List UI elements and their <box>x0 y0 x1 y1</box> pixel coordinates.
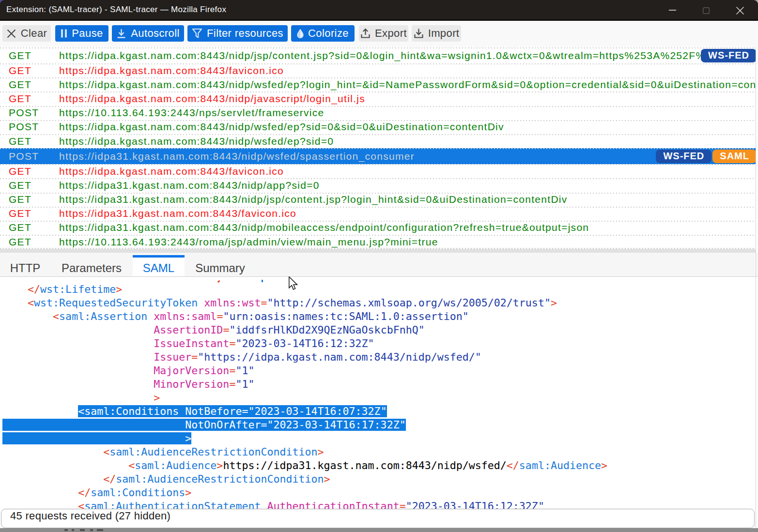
request-row[interactable]: GEThttps://idpa31.kgast.nam.com:8443/fav… <box>0 207 756 221</box>
xml-token <box>2 405 78 417</box>
xml-token: saml:AudienceRestrictionCondition <box>116 473 324 485</box>
request-row[interactable]: GEThttps://idpa.kgast.nam.com:8443/nidp/… <box>0 77 756 91</box>
xml-token <box>2 324 154 336</box>
xml-line: </saml:AudienceRestrictionCondition> <box>2 472 607 486</box>
xml-token <box>2 297 28 309</box>
xml-token: NotOnOrAfter <box>185 419 261 431</box>
button-label: Filter resources <box>207 27 283 40</box>
export-button[interactable]: Export <box>359 25 408 42</box>
wsfed-badge: WS-FED <box>656 150 712 163</box>
xml-token: saml:Audience <box>135 459 217 471</box>
xml-line: NotOnOrAfter="2023-03-14T16:17:32Z" <box>2 418 607 432</box>
request-row[interactable]: GEThttps://idpa31.kgast.nam.com:8443/nid… <box>0 178 756 192</box>
saml-xml[interactable]: </wst:Lifetime> <wst:RequestedSecurityTo… <box>0 277 607 513</box>
clipped-content-mark <box>64 529 68 531</box>
xml-token: = <box>261 297 267 309</box>
autoscroll-button[interactable]: Autoscroll <box>112 25 184 42</box>
tab-http[interactable]: HTTP <box>0 253 50 276</box>
request-row[interactable]: POSThttps://idpa.kgast.nam.com:8443/nidp… <box>0 120 756 134</box>
request-row[interactable]: GEThttps://idpa31.kgast.nam.com:8443/nid… <box>0 193 756 207</box>
request-list-hscrollbar[interactable] <box>0 249 756 253</box>
request-method: GET <box>9 194 31 205</box>
button-label: Export <box>375 27 407 40</box>
xml-token <box>2 337 154 350</box>
xml-token: < <box>128 459 135 471</box>
request-url: https://idpa31.kgast.nam.com:8443/nidp/a… <box>59 180 756 191</box>
xml-token: > <box>154 392 160 404</box>
xml-token: "2023-03-14T16:12:32Z" <box>235 337 374 350</box>
xml-token <box>179 405 185 417</box>
xml-token: wst:RequestedSecurityToken <box>34 297 198 309</box>
colorize-button[interactable]: Colorize <box>291 25 355 42</box>
xml-line: MajorVersion="1" <box>2 364 607 378</box>
maximize-button[interactable] <box>689 0 723 21</box>
window-title: Extension: (SAML-tracer) - SAML-tracer —… <box>6 5 226 15</box>
request-row[interactable]: GEThttps://idpa.kgast.nam.com:8443/nidp/… <box>0 134 756 148</box>
clipped-content-mark <box>90 529 93 531</box>
xml-token: > <box>185 486 191 499</box>
clear-button[interactable]: Clear <box>2 25 51 42</box>
window-hscrollbar[interactable] <box>0 528 758 532</box>
minimize-button[interactable] <box>655 0 689 21</box>
xml-token: = <box>217 310 223 322</box>
button-label: Clear <box>21 27 47 40</box>
xml-token: saml:Conditions <box>91 486 185 499</box>
request-row[interactable]: GEThttps://idpa.kgast.nam.com:8443/nidp/… <box>0 47 756 63</box>
request-url: https://idpa.kgast.nam.com:8443/favicon.… <box>59 65 756 76</box>
clipped-content-mark <box>72 529 74 531</box>
request-method: GET <box>9 93 31 105</box>
xml-line <box>2 277 607 283</box>
request-list: GEThttps://idpa.kgast.nam.com:8443/nidp/… <box>0 47 756 250</box>
request-row[interactable]: GEThttps://10.113.64.193:2443/roma/jsp/a… <box>0 235 756 249</box>
xml-line: <saml:AudienceRestrictionCondition> <box>2 445 607 459</box>
xml-token <box>2 419 185 431</box>
request-url: https://idpa.kgast.nam.com:8443/nidp/wsf… <box>59 121 756 133</box>
xml-token: AssertionID <box>154 324 223 336</box>
request-url: https://idpa31.kgast.nam.com:8443/nidp/j… <box>59 194 756 205</box>
close-icon <box>736 7 744 15</box>
request-method: GET <box>9 208 31 219</box>
right-edge-divider <box>756 47 756 528</box>
request-url: https://idpa.kgast.nam.com:8443/nidp/wsf… <box>59 79 756 91</box>
xml-token: xmlns:saml <box>154 310 217 322</box>
xml-token: "urn:oasis:names:tc:SAML:1.0:assertion" <box>223 310 468 322</box>
request-method: POST <box>9 107 39 119</box>
toolbar: ClearPauseAutoscrollFilter resourcesColo… <box>0 21 758 47</box>
xml-line: > <box>2 391 607 405</box>
request-row[interactable]: GEThttps://idpa31.kgast.nam.com:8443/nid… <box>0 221 756 235</box>
xml-token <box>2 310 53 322</box>
request-row[interactable]: GEThttps://idpa.kgast.nam.com:8443/nidp/… <box>0 91 756 106</box>
import-button[interactable]: Import <box>412 25 461 42</box>
xml-token <box>198 297 204 309</box>
tab-summary[interactable]: Summary <box>185 253 256 276</box>
request-method: GET <box>9 65 31 76</box>
request-url: https://idpa31.kgast.nam.com:8443/favico… <box>59 208 756 219</box>
request-row[interactable]: POSThttps://idpa31.kgast.nam.com:8443/ni… <box>0 148 756 164</box>
xml-token: < <box>28 297 34 309</box>
xml-token: saml:Audience <box>519 459 601 471</box>
request-url: https://idpa.kgast.nam.com:8443/nidp/jav… <box>59 93 756 105</box>
window-titlebar[interactable]: Extension: (SAML-tracer) - SAML-tracer —… <box>0 0 758 21</box>
colorize-icon <box>297 29 304 38</box>
request-method: GET <box>9 222 31 233</box>
window-controls <box>655 0 757 21</box>
xml-token <box>2 378 154 390</box>
saml-panel: </wst:Lifetime> <wst:RequestedSecurityTo… <box>0 277 756 532</box>
xml-token: = <box>229 365 235 377</box>
close-button[interactable] <box>723 0 757 21</box>
pause-button[interactable]: Pause <box>55 25 108 42</box>
tab-parameters[interactable]: Parameters <box>50 253 133 276</box>
status-text: 45 requests received (27 hidden) <box>10 510 170 522</box>
xml-token: > <box>601 459 607 471</box>
tab-saml[interactable]: SAML <box>133 255 185 276</box>
xml-token: "iddfsrHlKDd2X9QEzNGaOskcbFnhQ" <box>229 324 424 336</box>
request-row[interactable]: POSThttps://10.113.64.193:2443/nps/servl… <box>0 106 756 120</box>
request-row[interactable]: GEThttps://idpa.kgast.nam.com:8443/favic… <box>0 164 756 178</box>
xml-token: = <box>242 405 248 417</box>
xml-line: <saml:Assertion xmlns:saml="urn:oasis:na… <box>2 310 607 323</box>
xml-token: https://idpa31.kgast.nam.com:8443/nidp/w… <box>223 459 506 471</box>
xml-token: > <box>217 459 223 471</box>
request-row[interactable]: GEThttps://idpa.kgast.nam.com:8443/favic… <box>0 63 756 77</box>
filter-resources-button[interactable]: Filter resources <box>187 25 288 42</box>
request-method: GET <box>9 79 31 91</box>
